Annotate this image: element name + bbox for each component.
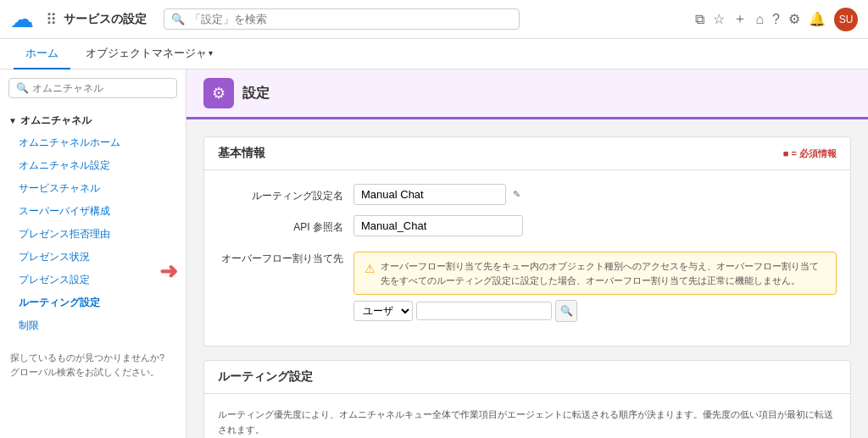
- sidebar-item-presence-status[interactable]: プレゼンス状況: [0, 246, 186, 269]
- overflow-field: ⚠ オーバーフロー割り当て先をキュー内のオブジェクト種別へのアクセスを与え、オー…: [353, 247, 837, 322]
- subnav-object-manager[interactable]: オブジェクトマネージャ ▾: [74, 39, 225, 69]
- user-type-select[interactable]: ユーザ: [353, 301, 413, 321]
- sidebar-item-omni-home[interactable]: オムニチャネルホーム: [0, 131, 186, 154]
- overflow-label: オーバーフロー割り当て先: [218, 247, 353, 266]
- sidebar-item-omni-settings[interactable]: オムニチャネル設定: [0, 154, 186, 177]
- search-icon: 🔍: [171, 13, 185, 25]
- api-name-label: API 参照名: [218, 215, 353, 235]
- help-icon[interactable]: ?: [772, 12, 780, 27]
- app-name: サービスの設定: [64, 12, 147, 27]
- main-layout: 🔍 ▼ オムニチャネル オムニチャネルホーム オムニチャネル設定 サービスチャネ…: [0, 69, 868, 438]
- section-collapse-icon: ▼: [8, 116, 17, 125]
- sidebar-item-service-channel[interactable]: サービスチャネル: [0, 177, 186, 200]
- user-search-btn[interactable]: 🔍: [555, 300, 577, 322]
- subnav-home[interactable]: ホーム: [14, 39, 70, 69]
- top-bar: ☁ ⠿ サービスの設定 🔍 ⧉ ☆ ＋ ⌂ ? ⚙ 🔔 SU: [0, 0, 868, 39]
- basic-info-body: ルーティング設定名 ✎ API 参照名: [204, 170, 850, 346]
- avatar[interactable]: SU: [834, 8, 858, 31]
- routing-name-input-group: ✎: [353, 184, 837, 205]
- routing-name-row: ルーティング設定名 ✎: [218, 184, 837, 205]
- routing-name-input[interactable]: [353, 184, 506, 205]
- star-icon[interactable]: ☆: [713, 11, 725, 27]
- form-content: 基本情報 ■ = 必須情報 ルーティング設定名 ✎: [186, 119, 868, 438]
- top-search-input[interactable]: [190, 13, 512, 25]
- routing-settings-body: ルーティング優先度により、オムニチャネルキュー全体で作業項目がエージェントに転送…: [204, 394, 850, 438]
- home-icon[interactable]: ⌂: [755, 12, 764, 27]
- sidebar-section-header[interactable]: ▼ オムニチャネル: [0, 110, 186, 131]
- sidebar-item-limit[interactable]: 制限: [0, 314, 186, 337]
- sub-nav: ホーム オブジェクトマネージャ ▾: [0, 39, 868, 69]
- page-header: ⚙ 設定: [186, 69, 868, 119]
- overflow-row: オーバーフロー割り当て先 ⚠ オーバーフロー割り当て先をキュー内のオブジェクト種…: [218, 247, 837, 322]
- routing-name-label: ルーティング設定名: [218, 184, 353, 203]
- sidebar-search-input[interactable]: [32, 82, 170, 94]
- bell-icon[interactable]: 🔔: [809, 11, 826, 27]
- api-name-input[interactable]: [353, 215, 523, 236]
- basic-info-header: 基本情報 ■ = 必須情報: [204, 137, 850, 170]
- sidebar-search-icon: 🔍: [16, 82, 29, 94]
- user-select-row: ユーザ 🔍: [353, 300, 837, 322]
- settings-icon[interactable]: ⚙: [788, 11, 800, 27]
- add-icon[interactable]: ＋: [733, 10, 747, 28]
- required-legend: ■ = 必須情報: [783, 147, 837, 160]
- sidebar-item-presence-reason[interactable]: プレゼンス拒否理由: [0, 223, 186, 246]
- page-title: 設定: [242, 85, 270, 103]
- sidebar-item-presence-settings[interactable]: プレゼンス設定: [0, 269, 186, 291]
- chevron-down-icon: ▾: [209, 48, 213, 58]
- top-bar-right: ⧉ ☆ ＋ ⌂ ? ⚙ 🔔 SU: [695, 8, 858, 31]
- salesforce-logo: ☁: [10, 5, 34, 33]
- gear-page-icon: ⚙: [203, 78, 234, 108]
- copy-icon[interactable]: ⧉: [695, 12, 704, 27]
- warning-box: ⚠ オーバーフロー割り当て先をキュー内のオブジェクト種別へのアクセスを与え、オー…: [353, 252, 837, 295]
- routing-settings-header: ルーティング設定: [204, 361, 850, 394]
- api-name-row: API 参照名: [218, 215, 837, 236]
- sidebar-hint: 探しているものが見つかりませんか? グローバル検索をお試しください。: [0, 341, 186, 389]
- sidebar-section-omni: ▼ オムニチャネル オムニチャネルホーム オムニチャネル設定 サービスチャネル …: [0, 107, 186, 341]
- top-search-bar: 🔍: [164, 8, 520, 30]
- sidebar-item-supervisor[interactable]: スーパーバイザ構成: [0, 200, 186, 223]
- sidebar-item-routing-settings[interactable]: ルーティング設定: [0, 291, 186, 314]
- app-grid-icon[interactable]: ⠿: [46, 10, 57, 29]
- content-area: ⚙ 設定 基本情報 ■ = 必須情報 ルーティング設定名: [186, 69, 868, 438]
- user-search-input[interactable]: [416, 302, 552, 320]
- routing-name-edit-icon[interactable]: ✎: [513, 189, 520, 200]
- routing-desc-1: ルーティング優先度により、オムニチャネルキュー全体で作業項目がエージェントに転送…: [218, 408, 837, 437]
- sidebar: 🔍 ▼ オムニチャネル オムニチャネルホーム オムニチャネル設定 サービスチャネ…: [0, 69, 186, 438]
- routing-settings-section: ルーティング設定 ルーティング優先度により、オムニチャネルキュー全体で作業項目が…: [203, 360, 851, 438]
- basic-info-section: 基本情報 ■ = 必須情報 ルーティング設定名 ✎: [203, 136, 851, 347]
- warning-icon: ⚠: [364, 260, 376, 278]
- routing-name-field: ✎: [353, 184, 837, 205]
- api-name-field: [353, 215, 837, 236]
- sidebar-search-bar: 🔍: [8, 78, 177, 98]
